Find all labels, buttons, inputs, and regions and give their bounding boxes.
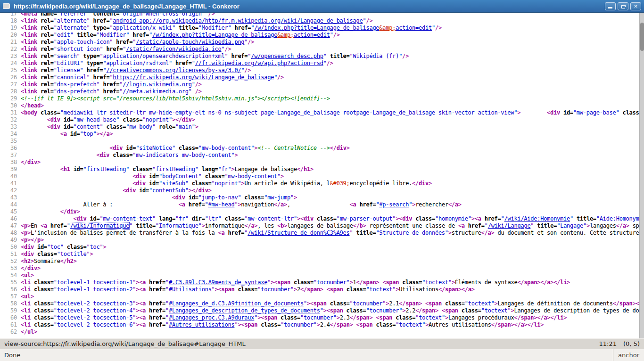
source-token: class= — [34, 321, 54, 328]
source-link[interactable]: #Langages_proc.C3.A9duraux — [169, 314, 254, 321]
source-token: >< — [136, 314, 142, 321]
source-line: 29<!--[if lt IE 9]><script src="/resourc… — [0, 95, 639, 102]
source-token: > — [452, 279, 455, 286]
source-token: li — [534, 321, 540, 328]
source-line: 23<link rel="search" type="application/o… — [0, 53, 639, 60]
source-link-focused[interactable]: /wiki/Informatique — [70, 222, 130, 229]
source-token: link — [24, 32, 37, 38]
source-token — [21, 123, 47, 130]
source-view[interactable]: 17<meta name="referrer" content="origin-… — [0, 13, 639, 338]
source-token: En — [31, 222, 41, 229]
source-token: ></ — [511, 321, 521, 328]
source-token: "mw-jump" — [264, 194, 294, 201]
source-token: "mw-body-content" — [225, 173, 281, 180]
source-token: class= — [34, 300, 54, 307]
source-token: </ — [616, 222, 623, 229]
source-token: span — [379, 314, 392, 321]
source-link[interactable]: //meta.wikimedia.org — [123, 88, 189, 95]
source-token — [198, 166, 202, 172]
line-number: 54 — [0, 272, 17, 279]
line-number: 47 — [0, 222, 17, 230]
source-token: < — [21, 109, 24, 116]
source-link[interactable]: //fr.wikipedia.org/w/api.php?action=rsd — [195, 60, 323, 66]
source-token: link — [24, 46, 37, 52]
source-token: li — [24, 279, 31, 286]
source-token: link — [24, 88, 37, 95]
source-token: href= — [234, 25, 251, 31]
source-token: > — [448, 230, 452, 236]
source-token: role= — [159, 123, 175, 130]
source-token — [343, 286, 347, 293]
line-number: 56 — [0, 286, 17, 293]
source-token: href= — [149, 279, 165, 286]
source-link[interactable]: /wiki/Langage — [488, 222, 531, 229]
source-token: " — [323, 53, 327, 59]
source-link[interactable]: #mw-head — [208, 201, 235, 208]
source-link[interactable]: https://fr.wikipedia.org/wiki/Langage_de… — [113, 74, 274, 81]
source-token: " — [165, 279, 169, 286]
source-token — [21, 145, 109, 151]
source-token: > — [586, 222, 590, 229]
source-link[interactable]: /wiki/Structure_de_donn%C3%A9es — [248, 230, 349, 236]
source-link[interactable]: /wiki/Aide:Homonymie — [504, 215, 570, 222]
source-token: "Wikipédia (fr)" — [350, 53, 403, 59]
source-link[interactable]: #Autres_utilisations — [169, 321, 235, 328]
source-token: class= — [415, 215, 435, 222]
source-token: href= — [149, 314, 165, 321]
source-token: Langages de description de types de do — [514, 307, 639, 314]
source-link[interactable]: /w/index.php?title=Langage_de_balisage — [254, 25, 379, 31]
source-token: "referrer" — [57, 13, 90, 17]
source-link[interactable]: /w/index.php?title=Langage_de_balisage — [152, 32, 277, 38]
source-token: < — [21, 25, 24, 31]
source-token: ></ — [27, 237, 37, 243]
window-menu-icon[interactable] — [3, 3, 10, 9]
scrollbar-thumb[interactable] — [640, 23, 644, 51]
vertical-scrollbar[interactable] — [639, 13, 644, 338]
source-token: > — [320, 286, 323, 293]
source-link[interactable]: #Utilisations — [169, 286, 212, 293]
source-token — [37, 60, 41, 66]
window-titlebar[interactable]: https://fr.wikipedia.org/wiki/Langage_de… — [0, 0, 644, 13]
line-number: 60 — [0, 314, 17, 321]
source-token: >< — [396, 215, 402, 222]
source-line: 44 Aller à : <a href="#mw-head">navigati… — [0, 201, 639, 208]
anchor-indicator: anchor — [613, 349, 644, 361]
source-link[interactable]: /static/apple-touch/wikipedia.png — [136, 39, 244, 45]
source-link[interactable]: /static/favicon/wikipedia.ico — [126, 46, 221, 52]
source-link[interactable]: #.C3.89l.C3.A9ments_de_syntaxe — [169, 279, 267, 286]
source-token: "tocnumber" — [300, 314, 337, 321]
source-token: class= — [67, 244, 87, 250]
source-token: div — [50, 123, 60, 130]
source-token: a — [478, 215, 481, 222]
source-token: structure — [452, 230, 481, 236]
source-link[interactable]: &amp; — [277, 32, 294, 38]
source-link[interactable]: action=edit — [396, 25, 432, 31]
source-token: /> — [327, 60, 333, 66]
source-link[interactable]: #Langages_de_description_de_types_de_doc… — [169, 307, 320, 314]
source-token — [222, 215, 225, 222]
source-token: ul — [27, 328, 34, 335]
restore-button[interactable] — [618, 2, 628, 10]
source-link[interactable]: #Langages_de_d.C3.A9finition_de_document… — [169, 300, 304, 307]
source-link[interactable]: #p-search — [379, 201, 409, 208]
source-token: > — [27, 222, 31, 229]
source-token — [31, 314, 34, 321]
close-button[interactable]: ✕ — [630, 2, 641, 10]
source-token: < — [172, 194, 175, 201]
source-link[interactable]: //login.wikimedia.org — [123, 81, 191, 88]
source-link[interactable]: //creativecommons.org/licenses/by-sa/3.0… — [106, 67, 241, 74]
source-link[interactable]: android-app://org.wikipedia/http/fr.m.wi… — [113, 17, 363, 24]
source-token — [83, 67, 87, 74]
source-link[interactable]: /w/opensearch_desc.php — [251, 53, 323, 59]
source-token: a — [623, 222, 626, 229]
minimize-button[interactable] — [605, 2, 616, 10]
source-token: >< — [136, 321, 142, 328]
source-token: class= — [244, 194, 264, 201]
source-token: >< — [136, 300, 142, 307]
source-token: "application/x-wiki" — [109, 25, 175, 31]
source-token: link — [24, 25, 37, 31]
source-token — [90, 74, 93, 81]
source-link[interactable]: action=edit — [294, 32, 330, 38]
source-link[interactable]: &amp; — [379, 25, 396, 31]
line-number: 17 — [0, 13, 17, 17]
